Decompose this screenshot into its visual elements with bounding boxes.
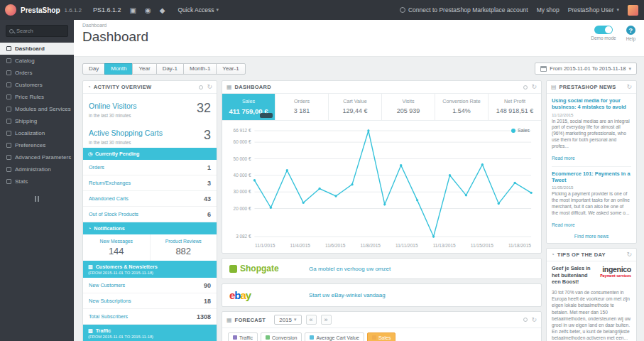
read-more-link[interactable]: Read more	[552, 222, 575, 227]
sidebar-item-catalog[interactable]: Catalog	[0, 55, 74, 67]
forecast-legend-average-cart-value[interactable]: Average Cart Value	[305, 332, 364, 341]
sidebar-item-shipping[interactable]: Shipping	[0, 115, 74, 127]
tab-day[interactable]: Day	[82, 63, 105, 75]
marketplace-connect-link[interactable]: Connect to PrestaShop Marketplace accoun…	[400, 6, 528, 13]
find-more-news-link[interactable]: Find more news	[574, 234, 608, 239]
gear-icon[interactable]	[523, 85, 528, 90]
ebay-logo-text: ebay	[229, 289, 251, 301]
main-content: Dashboard Dashboard Demo mode ? Help Day…	[74, 20, 644, 341]
news-panel-icon: ▤	[551, 84, 557, 90]
news-article-date: 11/05/2015	[552, 185, 631, 190]
section-title: Currently Pending	[95, 151, 139, 157]
user-menu[interactable]: PrestaShop User ▾	[568, 6, 619, 13]
sidebar-item-orders[interactable]: Orders	[0, 67, 74, 79]
kpi-orders[interactable]: Orders 3 181	[275, 94, 328, 120]
news-article-link[interactable]: Using social media for your business: 4 …	[552, 97, 631, 111]
read-more-link[interactable]: Read more	[552, 156, 575, 161]
chevron-down-icon: ▾	[294, 317, 297, 323]
sidebar-item-modules-and-services[interactable]: Modules and Services	[0, 103, 74, 115]
news-article-link[interactable]: Ecommerce 101: Payments in a Tweet	[552, 170, 631, 184]
refresh-icon[interactable]: ↻	[626, 251, 632, 258]
sidebar-item-price-rules[interactable]: Price Rules	[0, 91, 74, 103]
forecast-legend-traffic[interactable]: Traffic	[228, 332, 258, 341]
news-article-date: 11/12/2015	[552, 112, 631, 117]
quick-access-menu[interactable]: Quick Access ▾	[178, 6, 219, 13]
tab-month-minus-1[interactable]: Month-1	[183, 63, 217, 75]
tab-year-minus-1[interactable]: Year-1	[216, 63, 245, 75]
catalog-icon	[6, 58, 11, 63]
kpi-visits[interactable]: Visits 205 939	[381, 94, 435, 120]
pending-row-returns[interactable]: Return/Exchanges3	[83, 175, 217, 191]
chevron-down-icon: ▾	[628, 66, 631, 72]
my-shop-link[interactable]: My shop	[537, 6, 560, 13]
forecast-year-select[interactable]: 2015 ▾	[274, 315, 301, 325]
forecast-next-button[interactable]: »	[321, 315, 332, 325]
date-range-picker[interactable]: From 2015-11-01 To 2015-11-18 ▾	[535, 63, 637, 75]
modules-icon	[6, 107, 11, 112]
pending-row-orders[interactable]: Orders1	[83, 160, 217, 175]
gear-icon[interactable]	[523, 318, 528, 322]
customers-notification-icon[interactable]: ◉	[145, 6, 151, 14]
customers-row-new-customers[interactable]: New Customers90	[83, 278, 217, 293]
gear-icon[interactable]	[199, 85, 203, 90]
sidebar-item-localization[interactable]: Localization	[0, 127, 74, 139]
customers-section-icon: ▥	[88, 264, 93, 270]
pending-row-abandoned-carts[interactable]: Abandoned Carts43	[83, 191, 217, 207]
tab-year[interactable]: Year	[132, 63, 156, 75]
x-tick: 11/11/2015	[395, 243, 418, 248]
active-carts-link[interactable]: Active Shopping Carts	[89, 129, 163, 137]
sidebar-item-customers[interactable]: Customers	[0, 79, 74, 91]
customers-row-total-subscribers[interactable]: Total Subscribers1308	[83, 309, 217, 325]
messages-notification-icon[interactable]: ◆	[160, 6, 165, 14]
kpi-conversion-rate[interactable]: Conversion Rate 1.54%	[435, 94, 488, 120]
customers-row-new-subscriptions[interactable]: New Subscriptions18	[83, 293, 217, 309]
panel-title: FORECAST	[235, 317, 266, 323]
prestashop-logo[interactable]	[5, 4, 16, 16]
forecast-legend-conversion[interactable]: Conversion	[261, 332, 302, 341]
refresh-icon[interactable]: ↻	[531, 317, 537, 323]
new-messages-stat[interactable]: New Messages 144	[83, 234, 150, 261]
svg-text:3 082 €: 3 082 €	[236, 234, 251, 239]
orders-notification-icon[interactable]: ▣	[130, 6, 136, 14]
active-carts-sub: in the last 30 minutes	[89, 140, 163, 145]
sidebar-item-label: Price Rules	[15, 94, 44, 100]
traffic-section-icon: ▨	[88, 328, 93, 334]
search-input[interactable]	[16, 28, 65, 34]
kpi-sales[interactable]: Sales 411 759,00 €	[222, 94, 275, 120]
refresh-icon[interactable]: ↻	[626, 84, 632, 90]
kpi-net-profit[interactable]: Net Profit 148 918,51 €	[488, 94, 541, 120]
sidebar-collapse-button[interactable]	[30, 196, 44, 202]
refresh-icon[interactable]: ↻	[531, 84, 537, 90]
panel-title: DASHBOARD	[235, 84, 271, 90]
tab-day-minus-1[interactable]: Day-1	[156, 63, 184, 75]
sidebar-item-advanced-parameters[interactable]: Advanced Parameters	[0, 151, 74, 163]
kpi-cart-value[interactable]: Cart Value 129,44 €	[328, 94, 381, 120]
help-icon[interactable]: ?	[626, 26, 635, 35]
shopgate-link[interactable]: Ga mobiel en verhoog uw omzet	[309, 266, 391, 272]
forecast-prev-button[interactable]: «	[306, 315, 317, 325]
tab-month[interactable]: Month	[104, 63, 133, 75]
sidebar-item-preferences[interactable]: Preferences	[0, 139, 74, 151]
sidebar-item-dashboard[interactable]: Dashboard	[0, 43, 74, 55]
chart-x-axis: 11/1/2015 11/4/2015 11/6/2015 11/8/2015 …	[255, 243, 531, 248]
ebay-link[interactable]: Start uw eBay-winkel vandaag	[309, 292, 386, 298]
sidebar-item-label: Modules and Services	[15, 106, 71, 112]
avatar[interactable]	[628, 5, 638, 16]
online-visitors-link[interactable]: Online Visitors	[89, 102, 137, 110]
sidebar-item-label: Administration	[15, 166, 51, 173]
chart-legend[interactable]: Sales	[511, 128, 530, 133]
breadcrumb[interactable]: Dashboard	[82, 23, 148, 28]
refresh-icon[interactable]: ↻	[207, 84, 212, 90]
forecast-legend-sales[interactable]: Sales	[367, 332, 396, 341]
product-reviews-stat[interactable]: Product Reviews 882	[150, 234, 217, 261]
right-column: ▤ PRESTASHOP NEWS ↻ Using social media f…	[546, 80, 637, 341]
sidebar-item-administration[interactable]: Administration	[0, 163, 74, 175]
activity-overview-panel: ◔ ACTIVITY OVERVIEW ↻ Online Visitors in…	[82, 80, 217, 341]
x-tick: 11/18/2015	[508, 243, 531, 248]
sidebar-item-stats[interactable]: Stats	[0, 175, 74, 188]
section-title: Customers & Newsletters	[96, 264, 158, 270]
sidebar-item-label: Orders	[15, 70, 32, 76]
demo-mode-toggle[interactable]	[594, 26, 613, 34]
dashboard-panel: ▦ DASHBOARD ↻ Sales 411 759,00 € Orders	[222, 80, 542, 254]
pending-row-out-of-stock[interactable]: Out of Stock Products6	[83, 207, 217, 222]
